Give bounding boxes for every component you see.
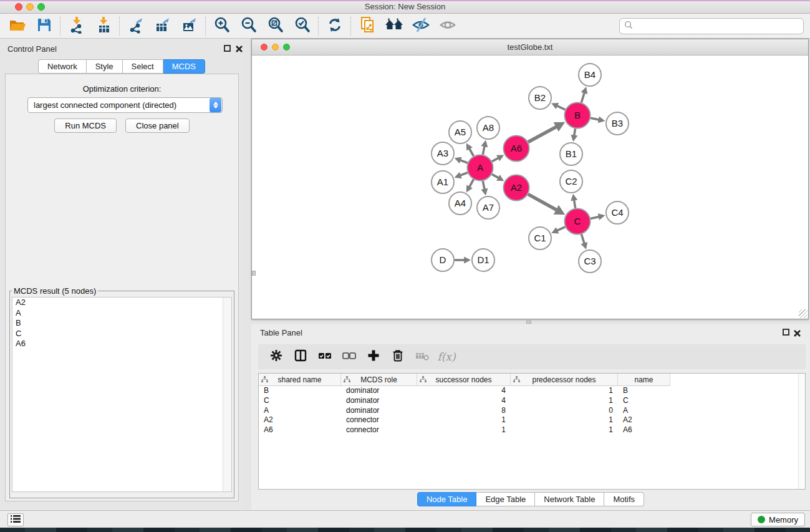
column-header-successor-nodes[interactable]: successor nodes [417, 374, 511, 386]
tab-edge-table[interactable]: Edge Table [476, 492, 535, 506]
run-mcds-button[interactable]: Run MCDS [54, 118, 117, 133]
table-cell: dominator [341, 396, 417, 406]
show-all-button[interactable] [434, 16, 461, 37]
add-column-button[interactable] [364, 346, 383, 367]
export-network-button[interactable] [122, 16, 149, 37]
tab-mcds[interactable]: MCDS [163, 59, 205, 74]
float-panel-icon[interactable] [224, 45, 231, 52]
zoom-selected-button[interactable] [289, 16, 316, 37]
tab-select[interactable]: Select [123, 59, 163, 74]
criterion-dropdown[interactable]: largest connected component (directed) [27, 97, 223, 113]
mcds-result-list[interactable]: A2ABCA6 [12, 297, 232, 492]
tab-node-table[interactable]: Node Table [417, 492, 477, 506]
table-cell: 1 [511, 425, 618, 435]
deselect-all-button[interactable] [340, 346, 359, 367]
control-panel: Control Panel NetworkStyleSelectMCDS Opt… [0, 39, 243, 510]
hide-selection-button[interactable] [407, 16, 434, 37]
table-row[interactable]: Bdominator41B [259, 386, 805, 396]
network-canvas[interactable]: B4B2BB3A5A8A6B1A3AA1C2A2A4A7C4CC1C3DD1 [252, 56, 808, 319]
graph-edge-A-A1[interactable] [460, 173, 468, 176]
result-scrollbar[interactable] [223, 297, 231, 491]
graph-edge-A-A4[interactable] [469, 180, 473, 188]
graph-edge-C-C4[interactable] [591, 216, 600, 218]
memory-label: Memory [769, 515, 798, 525]
graph-edge-A-A5[interactable] [469, 148, 473, 156]
export-table-button[interactable] [149, 16, 176, 37]
table-row[interactable]: Cdominator41C [259, 396, 805, 406]
import-table-button[interactable] [90, 16, 117, 37]
new-network-from-selection-button[interactable] [354, 16, 380, 37]
splitpane-grip[interactable] [252, 271, 256, 276]
mcds-result-item[interactable]: B [12, 318, 231, 329]
graph-edge-C-C3[interactable] [581, 235, 584, 244]
tab-style[interactable]: Style [87, 59, 123, 74]
mcds-result-item[interactable]: A6 [12, 339, 231, 349]
open-session-button[interactable] [4, 16, 31, 37]
graph-edge-A-A2[interactable] [492, 174, 499, 178]
column-header-shared-name[interactable]: shared name [259, 374, 341, 386]
tab-network-table[interactable]: Network Table [535, 492, 604, 506]
table-scrollbar[interactable] [798, 374, 805, 489]
graph-edge-A2-C[interactable] [528, 194, 557, 210]
table-row[interactable]: A2connector11A2 [259, 415, 805, 425]
graph-edge-B-B2[interactable] [556, 105, 565, 110]
column-header-MCDS-role[interactable]: MCDS role [341, 374, 417, 386]
graph-edge-A6-B[interactable] [528, 127, 557, 142]
zoom-in-button[interactable] [208, 16, 235, 37]
zoom-fit-button[interactable] [262, 16, 289, 37]
search-input[interactable] [634, 20, 803, 32]
mcds-result-item[interactable]: C [12, 329, 231, 339]
table-cell: A2 [618, 415, 670, 425]
columns-icon [294, 349, 307, 365]
close-panel-icon[interactable] [235, 44, 243, 52]
graph-edge-B-B4[interactable] [581, 92, 584, 103]
graph-edge-B-B3[interactable] [591, 118, 600, 120]
control-panel-title: Control Panel [7, 44, 57, 54]
memory-button[interactable]: Memory [751, 513, 805, 526]
delete-column-button[interactable] [388, 346, 407, 367]
float-panel-icon[interactable] [783, 329, 789, 336]
window-resize-grip[interactable] [799, 309, 808, 318]
graph-node-label: A6 [511, 143, 522, 153]
tab-motifs[interactable]: Motifs [604, 492, 644, 506]
column-header-predecessor-nodes[interactable]: predecessor nodes [511, 374, 618, 386]
close-panel-icon[interactable] [793, 329, 801, 337]
eye-icon [438, 17, 457, 36]
network-window-titlebar[interactable]: testGlobe.txt [252, 39, 808, 56]
save-session-button[interactable] [31, 16, 57, 37]
graph-edge-A-A7[interactable] [483, 181, 485, 190]
export-table-icon [154, 16, 171, 36]
task-history-button[interactable] [7, 513, 24, 526]
graph-edge-A-A8[interactable] [483, 145, 485, 155]
graph-node-label: A4 [455, 198, 466, 208]
network-graph[interactable]: B4B2BB3A5A8A6B1A3AA1C2A2A4A7C4CC1C3DD1 [252, 56, 808, 319]
dropdown-stepper-icon [210, 98, 221, 112]
import-network-button[interactable] [63, 16, 90, 37]
function-builder-button[interactable]: f(x) [437, 346, 456, 367]
graph-edge-C-C2[interactable] [574, 199, 575, 208]
table-row[interactable]: A6connector11A6 [259, 425, 805, 435]
close-panel-button[interactable]: Close panel [125, 118, 190, 133]
search-field[interactable] [619, 18, 804, 34]
refresh-layout-button[interactable] [321, 16, 348, 37]
table-settings-button[interactable] [267, 346, 286, 367]
first-neighbors-button[interactable] [380, 16, 407, 37]
table-row[interactable]: Adominator80A [259, 406, 805, 416]
tab-network[interactable]: Network [38, 59, 87, 74]
graph-node-label: B4 [584, 69, 595, 80]
table-toolbar: f(x) [258, 344, 806, 369]
mcds-result-item[interactable]: A2 [12, 297, 231, 308]
select-all-button[interactable] [316, 346, 334, 367]
delete-table-button[interactable] [413, 346, 432, 367]
splitpane-grip[interactable] [526, 321, 531, 324]
graph-edge-A-A3[interactable] [460, 160, 468, 163]
mcds-result-item[interactable]: A [12, 308, 231, 319]
column-header-name[interactable]: name [618, 374, 670, 386]
main-toolbar [0, 14, 810, 39]
export-image-button[interactable] [176, 16, 203, 37]
graph-edge-C-C1[interactable] [556, 227, 565, 231]
column-layout-button[interactable] [291, 346, 310, 367]
zoom-out-button[interactable] [235, 16, 262, 37]
table-cell: connector [341, 425, 417, 435]
import-network-icon [68, 16, 85, 36]
